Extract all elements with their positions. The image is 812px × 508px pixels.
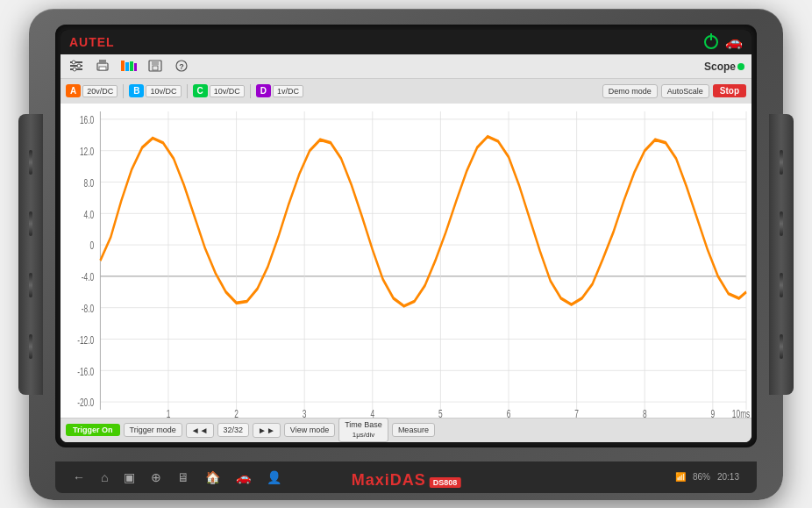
measure-button[interactable]: Measure [392, 423, 435, 437]
channel-d-scale[interactable]: 1v/DC [273, 85, 303, 97]
settings-icon[interactable] [68, 59, 85, 73]
page-indicator: 32/32 [217, 423, 250, 437]
right-grip [769, 114, 794, 395]
user-icon[interactable]: 👤 [267, 470, 281, 484]
channel-a-label[interactable]: A [66, 84, 81, 97]
brand-name: MaxiDAS [352, 471, 426, 490]
channel-a: A 20v/DC [66, 84, 118, 97]
oscilloscope-graph: 16.0 12.0 8.0 4.0 0 -4.0 -8.0 -12.0 -16.… [61, 104, 751, 418]
channel-divider [123, 84, 124, 98]
house-icon[interactable]: 🏠 [205, 470, 220, 484]
svg-text:9: 9 [711, 407, 716, 418]
view-mode-button[interactable]: View mode [284, 423, 335, 437]
bottom-controls: Trigger On Trigger mode ◄◄ 32/32 ►► View… [61, 418, 751, 442]
recents-icon[interactable]: ▣ [124, 470, 135, 484]
channel-d: D 1v/DC [256, 84, 303, 97]
svg-text:0: 0 [90, 239, 95, 251]
device-body: AUTEL 🚗 [29, 9, 783, 500]
channel-divider [250, 84, 251, 98]
model-badge: DS808 [430, 477, 461, 488]
svg-rect-10 [125, 62, 129, 71]
channel-c-scale[interactable]: 10v/DC [210, 85, 245, 97]
monitor-icon[interactable]: 🖥 [177, 470, 189, 484]
demo-mode-button[interactable]: Demo mode [602, 84, 658, 98]
grip-line [29, 273, 32, 297]
nav-next-button[interactable]: ►► [253, 423, 281, 438]
channel-c-label[interactable]: C [193, 84, 208, 97]
svg-point-3 [72, 61, 75, 64]
svg-rect-9 [121, 61, 125, 71]
svg-text:-4.0: -4.0 [82, 270, 94, 283]
svg-text:2: 2 [234, 407, 239, 418]
toolbar: ? Scope [61, 54, 751, 79]
svg-text:5: 5 [438, 407, 443, 418]
svg-text:12.0: 12.0 [80, 145, 94, 157]
scope-title: Scope [704, 58, 744, 74]
vehicle-icon[interactable]: 🚗 [236, 470, 251, 484]
nav-icons: ← ⌂ ▣ ⊕ 🖥 🏠 🚗 👤 [73, 470, 281, 484]
browser-icon[interactable]: ⊕ [151, 470, 161, 484]
svg-rect-8 [99, 67, 106, 70]
screen-inner: AUTEL 🚗 [61, 30, 751, 442]
time-base-button[interactable]: Time Base1μs/div [338, 418, 388, 441]
svg-point-4 [77, 64, 81, 68]
channels-icon[interactable] [120, 59, 138, 73]
system-time: 20:13 [717, 472, 739, 482]
channel-a-scale[interactable]: 20v/DC [82, 85, 118, 97]
status-area: 📶 86% 20:13 [675, 472, 739, 482]
trigger-on-button[interactable]: Trigger On [66, 424, 120, 436]
channel-d-label[interactable]: D [256, 84, 271, 97]
svg-text:3: 3 [303, 407, 307, 418]
stop-button[interactable]: Stop [713, 84, 746, 97]
toolbar-icons: ? [68, 59, 190, 73]
svg-text:4: 4 [370, 407, 374, 418]
power-icon [704, 35, 718, 49]
screen-topbar: AUTEL 🚗 [61, 30, 751, 54]
scope-status-dot [737, 63, 744, 70]
scope-ui: ? Scope A 20v/DC [61, 54, 751, 442]
grip-line [780, 334, 783, 359]
svg-rect-7 [99, 60, 106, 64]
channel-b-label[interactable]: B [129, 84, 144, 97]
svg-text:?: ? [179, 62, 184, 71]
nav-prev-button[interactable]: ◄◄ [186, 423, 214, 438]
svg-text:-16.0: -16.0 [77, 364, 94, 376]
topbar-icons: 🚗 [704, 33, 743, 50]
save-icon[interactable] [146, 59, 164, 73]
print-icon[interactable] [94, 59, 111, 73]
back-icon[interactable]: ← [73, 470, 85, 484]
svg-rect-14 [152, 61, 159, 65]
autel-logo: AUTEL [69, 35, 115, 49]
grip-line [780, 150, 783, 175]
scope-label: Scope [704, 61, 736, 73]
svg-text:-8.0: -8.0 [82, 302, 94, 314]
waveform-svg: 16.0 12.0 8.0 4.0 0 -4.0 -8.0 -12.0 -16.… [61, 104, 751, 418]
channel-row: A 20v/DC B 10v/DC C 10v/DC [61, 79, 751, 104]
grip-line [29, 211, 32, 236]
grip-line [780, 273, 783, 297]
svg-text:6: 6 [507, 407, 511, 418]
trigger-mode-button[interactable]: Trigger mode [124, 423, 182, 437]
svg-text:7: 7 [574, 407, 579, 418]
car-status-icon: 🚗 [725, 33, 743, 50]
svg-text:16.0: 16.0 [80, 113, 94, 125]
svg-point-5 [73, 68, 76, 71]
channel-b-scale[interactable]: 10v/DC [146, 85, 181, 97]
svg-rect-15 [153, 66, 158, 70]
grip-line [29, 150, 32, 175]
channel-c: C 10v/DC [193, 84, 245, 97]
channel-divider [187, 84, 188, 98]
autoscale-button[interactable]: AutoScale [661, 84, 709, 98]
svg-text:-20.0: -20.0 [77, 396, 94, 408]
help-icon[interactable]: ? [173, 59, 190, 73]
svg-text:8: 8 [643, 407, 647, 418]
svg-rect-11 [130, 61, 133, 71]
left-grip [18, 114, 43, 395]
svg-rect-12 [134, 63, 137, 71]
svg-text:-12.0: -12.0 [77, 333, 94, 346]
home-icon[interactable]: ⌂ [101, 470, 108, 484]
battery-level: 86% [693, 472, 710, 482]
svg-text:4.0: 4.0 [84, 207, 95, 219]
screen-outer: AUTEL 🚗 [55, 25, 757, 447]
channel-b: B 10v/DC [129, 84, 181, 97]
